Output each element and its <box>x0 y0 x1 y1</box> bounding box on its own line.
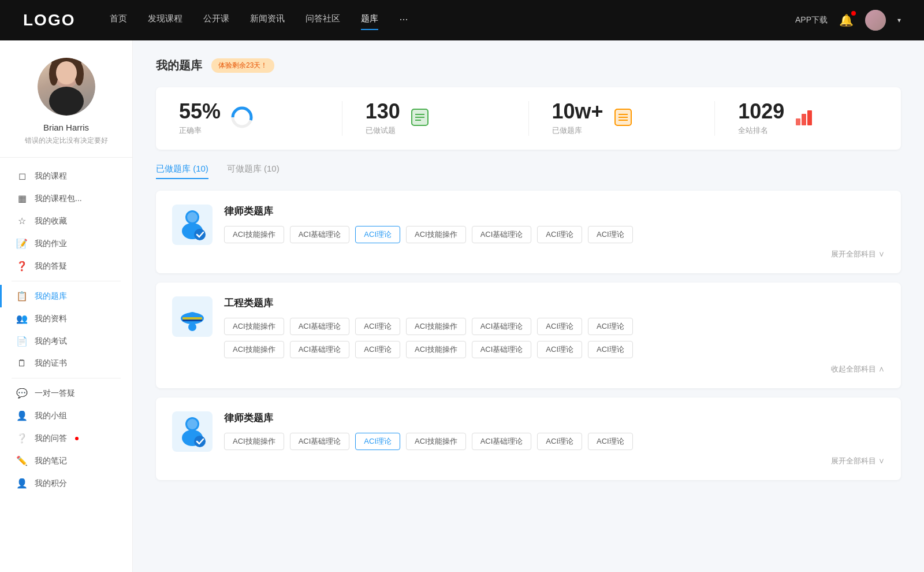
user-dropdown-arrow[interactable]: ▾ <box>897 16 901 24</box>
one-on-one-icon: 💬 <box>16 388 28 399</box>
svg-point-34 <box>187 419 198 429</box>
category-tags-row1-2: ACI技能操作 ACI基础理论 ACI理论 ACI技能操作 ACI基础理论 AC… <box>224 318 885 335</box>
sidebar-label-1on1: 一对一答疑 <box>35 388 75 399</box>
tag-2-3[interactable]: ACI理论 <box>355 318 400 335</box>
questions-dot <box>75 437 79 440</box>
course-icon: ◻ <box>16 170 28 181</box>
sidebar-item-points[interactable]: 👤 我的积分 <box>0 472 132 495</box>
tab-done[interactable]: 已做题库 (10) <box>156 164 208 179</box>
svg-point-31 <box>188 323 196 331</box>
sidebar-label-qa: 我的答疑 <box>35 261 67 272</box>
tag-1-6[interactable]: ACI理论 <box>537 226 582 243</box>
tag-1-4[interactable]: ACI技能操作 <box>406 226 466 243</box>
tag-2-6[interactable]: ACI理论 <box>537 318 582 335</box>
tag-2-8[interactable]: ACI技能操作 <box>224 341 284 358</box>
category-icon-lawyer-2 <box>172 411 213 452</box>
tag-2-1[interactable]: ACI技能操作 <box>224 318 284 335</box>
tag-2-11[interactable]: ACI技能操作 <box>406 341 466 358</box>
sidebar-item-group[interactable]: 👤 我的小组 <box>0 404 132 427</box>
tag-3-6[interactable]: ACI理论 <box>537 433 582 450</box>
tag-2-10[interactable]: ACI理论 <box>355 341 400 358</box>
category-tags-3: ACI技能操作 ACI基础理论 ACI理论 ACI技能操作 ACI基础理论 AC… <box>224 433 885 450</box>
exam-icon: 📄 <box>16 336 28 347</box>
trial-badge: 体验剩余23天！ <box>211 58 274 73</box>
cert-icon: 🗒 <box>16 358 28 369</box>
svg-point-9 <box>237 112 247 122</box>
tag-3-4[interactable]: ACI技能操作 <box>406 433 466 450</box>
tab-available[interactable]: 可做题库 (10) <box>227 164 280 179</box>
expand-link-3[interactable]: 展开全部科目 ∨ <box>224 456 885 466</box>
tag-2-12[interactable]: ACI基础理论 <box>472 341 532 358</box>
tag-2-13[interactable]: ACI理论 <box>537 341 582 358</box>
nav-home[interactable]: 首页 <box>110 13 127 28</box>
tag-2-5[interactable]: ACI基础理论 <box>472 318 532 335</box>
category-name-3: 律师类题库 <box>224 411 885 425</box>
sidebar-item-notes[interactable]: ✏️ 我的笔记 <box>0 450 132 472</box>
tag-2-7[interactable]: ACI理论 <box>588 318 633 335</box>
accuracy-chart-icon <box>230 105 254 132</box>
sidebar-label-notes: 我的笔记 <box>35 456 67 466</box>
nav-quiz[interactable]: 题库 <box>361 13 378 28</box>
sidebar-item-qa[interactable]: ❓ 我的答疑 <box>0 255 132 277</box>
sidebar-label-exam: 我的考试 <box>35 336 67 347</box>
tabs-row: 已做题库 (10) 可做题库 (10) <box>156 164 901 179</box>
nav-more[interactable]: ··· <box>399 13 408 28</box>
category-name-2: 工程类题库 <box>224 296 885 310</box>
nav-news[interactable]: 新闻资讯 <box>250 13 285 28</box>
sidebar-item-homework[interactable]: 📝 我的作业 <box>0 232 132 255</box>
tag-1-3[interactable]: ACI理论 <box>355 226 400 243</box>
sidebar-item-1on1[interactable]: 💬 一对一答疑 <box>0 382 132 404</box>
bell-icon: 🔔 <box>839 14 854 27</box>
category-icon-engineer <box>172 296 213 337</box>
sidebar-label-group: 我的小组 <box>35 411 67 421</box>
nav-discover[interactable]: 发现课程 <box>148 13 182 28</box>
user-avatar[interactable] <box>865 10 886 31</box>
sidebar-item-questions[interactable]: ❔ 我的问答 <box>0 427 132 450</box>
stat-done-banks-label: 已做题库 <box>552 125 603 136</box>
top-nav: LOGO 首页 发现课程 公开课 新闻资讯 问答社区 题库 ··· APP下载 … <box>0 0 924 40</box>
tag-3-5[interactable]: ACI基础理论 <box>472 433 532 450</box>
tag-1-7[interactable]: ACI理论 <box>588 226 633 243</box>
category-tags-row2-2: ACI技能操作 ACI基础理论 ACI理论 ACI技能操作 ACI基础理论 AC… <box>224 341 885 358</box>
sidebar-item-material[interactable]: 👥 我的资料 <box>0 307 132 330</box>
nav-qa[interactable]: 问答社区 <box>305 13 340 28</box>
tag-3-3[interactable]: ACI理论 <box>355 433 400 450</box>
tag-3-2[interactable]: ACI基础理论 <box>290 433 350 450</box>
stat-rank-value: 1029 <box>738 101 784 122</box>
tag-2-2[interactable]: ACI基础理论 <box>290 318 350 335</box>
sidebar-item-certificate[interactable]: 🗒 我的证书 <box>0 352 132 374</box>
category-icon-lawyer-1 <box>172 205 213 245</box>
tag-1-1[interactable]: ACI技能操作 <box>224 226 284 243</box>
sidebar-item-course-package[interactable]: ▦ 我的课程包... <box>0 187 132 210</box>
notification-bell[interactable]: 🔔 <box>839 13 854 27</box>
notes-icon: ✏️ <box>16 455 28 466</box>
group-icon: 👤 <box>16 410 28 421</box>
sidebar-label-quiz: 我的题库 <box>35 291 67 302</box>
app-download-btn[interactable]: APP下载 <box>795 15 828 25</box>
nav-opencourse[interactable]: 公开课 <box>203 13 229 28</box>
svg-point-26 <box>194 229 206 240</box>
tag-2-14[interactable]: ACI理论 <box>588 341 633 358</box>
profile-motto: 错误的决定比没有决定要好 <box>25 136 108 146</box>
tag-1-2[interactable]: ACI基础理论 <box>290 226 350 243</box>
sidebar-item-exam[interactable]: 📄 我的考试 <box>0 330 132 352</box>
stat-rank: 1029 全站排名 <box>715 101 901 136</box>
sidebar-item-my-course[interactable]: ◻ 我的课程 <box>0 165 132 187</box>
sidebar-item-favorites[interactable]: ☆ 我的收藏 <box>0 210 132 232</box>
tag-2-4[interactable]: ACI技能操作 <box>406 318 466 335</box>
category-body-1: 律师类题库 ACI技能操作 ACI基础理论 ACI理论 ACI技能操作 ACI基… <box>224 205 885 259</box>
expand-link-1[interactable]: 展开全部科目 ∨ <box>224 249 885 259</box>
tag-3-7[interactable]: ACI理论 <box>588 433 633 450</box>
tag-2-9[interactable]: ACI基础理论 <box>290 341 350 358</box>
sidebar-label-certificate: 我的证书 <box>35 358 67 369</box>
tag-3-1[interactable]: ACI技能操作 <box>224 433 284 450</box>
svg-point-35 <box>194 436 206 447</box>
banks-icon-stat <box>613 107 634 130</box>
stat-accuracy-value: 55% <box>179 101 221 122</box>
sidebar-item-quiz[interactable]: 📋 我的题库 <box>0 285 132 307</box>
rank-icon-stat <box>793 107 814 130</box>
category-header-1: 律师类题库 ACI技能操作 ACI基础理论 ACI理论 ACI技能操作 ACI基… <box>172 205 885 259</box>
expand-link-2[interactable]: 收起全部科目 ∧ <box>224 364 885 374</box>
tag-1-5[interactable]: ACI基础理论 <box>472 226 532 243</box>
category-tags-1: ACI技能操作 ACI基础理论 ACI理论 ACI技能操作 ACI基础理论 AC… <box>224 226 885 243</box>
